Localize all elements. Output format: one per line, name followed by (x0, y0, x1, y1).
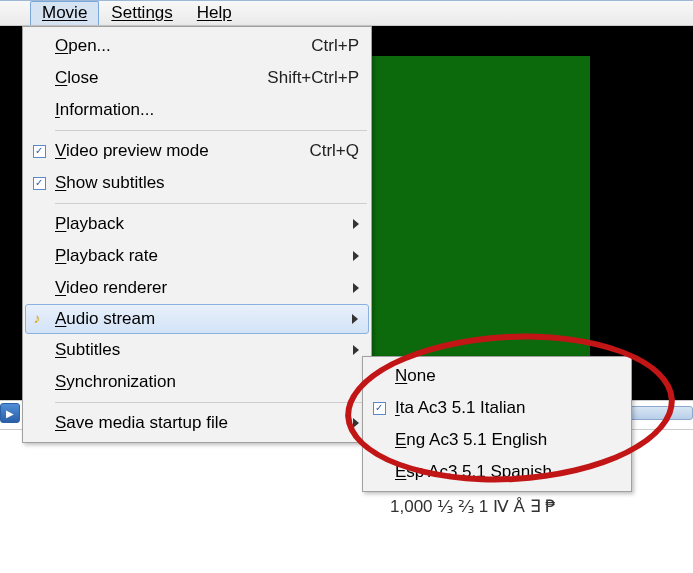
menubar: Movie Settings Help (0, 0, 693, 26)
menu-item-save-media-startup-file[interactable]: Save media startup file (25, 407, 369, 439)
menubar-item-help[interactable]: Help (185, 1, 244, 25)
submenu-item-ita-ac3-5-1-italian[interactable]: ✓Ita Ac3 5.1 Italian (365, 392, 629, 424)
submenu-item-esp-ac3-5-1-spanish[interactable]: Esp Ac3 5.1 Spanish (365, 456, 629, 488)
submenu-item-label: Esp Ac3 5.1 Spanish (393, 462, 619, 482)
menu-item-label: Open... (53, 36, 311, 56)
menu-item-synchronization[interactable]: Synchronization (25, 366, 369, 398)
menu-item-video-preview-mode[interactable]: ✓Video preview modeCtrl+Q (25, 135, 369, 167)
menu-item-playback-rate[interactable]: Playback rate (25, 240, 369, 272)
submenu-arrow-icon (353, 345, 359, 355)
menu-item-label: Subtitles (53, 340, 347, 360)
menubar-item-movie[interactable]: Movie (30, 1, 99, 25)
menu-item-video-renderer[interactable]: Video renderer (25, 272, 369, 304)
audio-stream-submenu: None✓Ita Ac3 5.1 ItalianEng Ac3 5.1 Engl… (362, 356, 632, 492)
submenu-arrow-icon (353, 283, 359, 293)
menu-item-label: Playback rate (53, 246, 347, 266)
menu-item-label: Video renderer (53, 278, 347, 298)
submenu-arrow-icon (353, 251, 359, 261)
menu-item-open[interactable]: Open...Ctrl+P (25, 30, 369, 62)
submenu-arrow-icon (353, 418, 359, 428)
menu-item-label: Show subtitles (53, 173, 359, 193)
menu-item-audio-stream[interactable]: Audio stream (25, 304, 369, 334)
menu-item-iconcol: ✓ (25, 145, 53, 158)
menu-item-close[interactable]: CloseShift+Ctrl+P (25, 62, 369, 94)
menu-separator (55, 402, 367, 403)
menu-separator (55, 203, 367, 204)
progress-slider[interactable] (628, 406, 693, 420)
menu-item-iconcol: ✓ (25, 177, 53, 190)
submenu-item-label: None (393, 366, 619, 386)
menu-item-playback[interactable]: Playback (25, 208, 369, 240)
movie-dropdown: Open...Ctrl+PCloseShift+Ctrl+PInformatio… (22, 26, 372, 443)
menu-item-information[interactable]: Information... (25, 94, 369, 126)
menu-item-shortcut: Shift+Ctrl+P (267, 68, 359, 88)
menu-item-subtitles[interactable]: Subtitles (25, 334, 369, 366)
menu-item-shortcut: Ctrl+Q (309, 141, 359, 161)
menu-item-label: Playback (53, 214, 347, 234)
submenu-arrow-icon (352, 314, 358, 324)
submenu-item-none[interactable]: None (365, 360, 629, 392)
menu-item-label: Audio stream (53, 309, 346, 329)
menu-item-label: Synchronization (53, 372, 359, 392)
music-note-icon (33, 312, 47, 326)
checkbox-checked-icon: ✓ (33, 177, 46, 190)
submenu-item-label: Ita Ac3 5.1 Italian (393, 398, 619, 418)
checkbox-checked-icon: ✓ (33, 145, 46, 158)
menu-item-show-subtitles[interactable]: ✓Show subtitles (25, 167, 369, 199)
submenu-arrow-icon (353, 219, 359, 229)
menu-item-label: Video preview mode (53, 141, 309, 161)
checkbox-checked-icon: ✓ (373, 402, 386, 415)
menu-item-label: Information... (53, 100, 359, 120)
menu-item-label: Close (53, 68, 267, 88)
submenu-item-eng-ac3-5-1-english[interactable]: Eng Ac3 5.1 English (365, 424, 629, 456)
submenu-item-label: Eng Ac3 5.1 English (393, 430, 619, 450)
submenu-item-iconcol: ✓ (365, 402, 393, 415)
menu-separator (55, 130, 367, 131)
menu-item-iconcol (26, 312, 53, 326)
play-button[interactable]: ▶ (0, 403, 20, 423)
menu-item-label: Save media startup file (53, 413, 347, 433)
menu-item-shortcut: Ctrl+P (311, 36, 359, 56)
sample-text: 1,000 ⅓ ⅔ 1 Ⅳ Å ∃ ₱ (390, 496, 556, 517)
menubar-item-settings[interactable]: Settings (99, 1, 184, 25)
